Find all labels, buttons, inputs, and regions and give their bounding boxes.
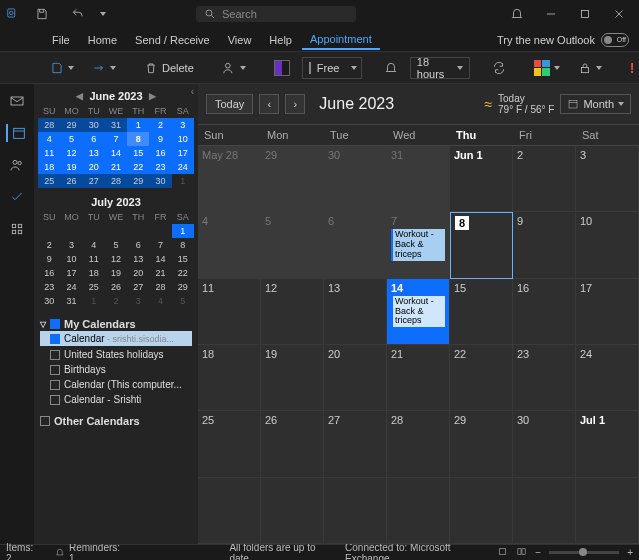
appointment[interactable]: Workout - Back & triceps xyxy=(391,296,445,328)
menu-appointment[interactable]: Appointment xyxy=(302,30,380,50)
forward-button[interactable] xyxy=(86,56,122,80)
day-cell[interactable]: 10 xyxy=(576,212,639,278)
day-cell[interactable]: 30 xyxy=(324,146,387,212)
day-cell[interactable]: 26 xyxy=(261,411,324,477)
menu-send-receive[interactable]: Send / Receive xyxy=(127,31,218,49)
my-calendars-group[interactable]: ▽My Calendars xyxy=(40,318,192,330)
prev-month-button[interactable]: ‹ xyxy=(259,94,279,114)
mail-module-icon[interactable] xyxy=(6,92,28,110)
day-cell[interactable]: 8 xyxy=(450,212,513,278)
day-cell[interactable]: 30 xyxy=(513,411,576,477)
day-cell[interactable]: Jun 1 xyxy=(450,146,513,212)
reminder-dropdown[interactable]: 18 hours xyxy=(410,57,470,79)
calendar-item-1[interactable]: United States holidays xyxy=(40,347,192,362)
reminder-icon[interactable] xyxy=(378,56,404,80)
day-cell[interactable]: 9 xyxy=(513,212,576,278)
day-cell[interactable]: 24 xyxy=(576,345,639,411)
new-outlook-toggle[interactable]: Off xyxy=(601,33,629,47)
window-maximize-icon[interactable] xyxy=(571,4,599,24)
day-cell[interactable]: 25 xyxy=(198,411,261,477)
calendar-item-4[interactable]: Calendar - Srishti xyxy=(40,392,192,407)
undo-icon[interactable] xyxy=(64,4,92,24)
zoom-in-icon[interactable]: + xyxy=(627,547,633,558)
day-cell[interactable]: 3 xyxy=(576,146,639,212)
qat-dropdown-icon[interactable] xyxy=(100,12,106,16)
search-icon xyxy=(204,8,216,20)
recurrence-button[interactable] xyxy=(486,56,512,80)
sidebar-collapse-icon[interactable]: ‹ xyxy=(191,86,194,97)
day-cell[interactable]: 6 xyxy=(324,212,387,278)
window-minimize-icon[interactable] xyxy=(537,4,565,24)
day-cell[interactable]: 12 xyxy=(261,279,324,345)
today-button[interactable]: Today xyxy=(206,94,253,114)
bell-icon[interactable] xyxy=(503,4,531,24)
calendar-item-0[interactable]: Calendar - srishti.sisodia... xyxy=(40,331,192,346)
day-cell[interactable]: 31 xyxy=(387,146,450,212)
appointment[interactable]: Workout - Back & triceps xyxy=(391,229,445,261)
svg-rect-12 xyxy=(12,230,15,233)
menu-view[interactable]: View xyxy=(220,31,260,49)
mini-calendar-1[interactable]: July 2023SUMOTUWETHFRSA12345678910111213… xyxy=(38,194,194,308)
categorize-button[interactable] xyxy=(528,56,566,80)
next-month-button[interactable]: › xyxy=(285,94,305,114)
calendar-item-3[interactable]: Calendar (This computer... xyxy=(40,377,192,392)
statusbar: Items: 2 Reminders: 1 All folders are up… xyxy=(0,544,639,560)
svg-point-8 xyxy=(13,160,17,164)
people-module-icon[interactable] xyxy=(6,156,28,174)
invite-attendees-button[interactable] xyxy=(216,56,252,80)
day-cell[interactable]: 23 xyxy=(513,345,576,411)
window-close-icon[interactable] xyxy=(605,4,633,24)
status-reminders[interactable]: Reminders: 1 xyxy=(55,542,121,561)
menu-home[interactable]: Home xyxy=(80,31,125,49)
day-cell[interactable]: 19 xyxy=(261,345,324,411)
other-calendars-group[interactable]: Other Calendars xyxy=(40,415,192,427)
svg-rect-10 xyxy=(12,224,15,227)
calendar-item-2[interactable]: Birthdays xyxy=(40,362,192,377)
day-cell[interactable]: 29 xyxy=(450,411,513,477)
day-cell[interactable]: May 28 xyxy=(198,146,261,212)
day-cell[interactable]: 17 xyxy=(576,279,639,345)
day-cell[interactable]: 11 xyxy=(198,279,261,345)
day-cell[interactable]: 2 xyxy=(513,146,576,212)
menu-help[interactable]: Help xyxy=(261,31,300,49)
svg-rect-3 xyxy=(582,11,589,18)
mini-calendar-0[interactable]: ◀June 2023▶SUMOTUWETHFRSA282930311234567… xyxy=(38,88,194,188)
appointment-color-button[interactable] xyxy=(268,56,296,80)
day-cell[interactable]: 14Workout - Back & triceps xyxy=(387,279,450,345)
save-close-button[interactable] xyxy=(44,56,80,80)
day-cell[interactable]: 7Workout - Back & triceps xyxy=(387,212,450,278)
zoom-out-icon[interactable]: − xyxy=(535,547,541,558)
day-cell[interactable]: 13 xyxy=(324,279,387,345)
day-cell[interactable]: 29 xyxy=(261,146,324,212)
month-grid[interactable]: May 28293031Jun 1234567Workout - Back & … xyxy=(198,146,639,544)
search-box[interactable]: Search xyxy=(196,6,356,22)
weather-widget[interactable]: ≈ Today79° F / 56° F xyxy=(484,93,554,115)
zoom-slider[interactable] xyxy=(549,551,619,554)
day-cell[interactable]: 4 xyxy=(198,212,261,278)
calendar-view: Today ‹ › June 2023 ≈ Today79° F / 56° F… xyxy=(198,84,639,544)
day-cell[interactable]: 28 xyxy=(387,411,450,477)
ribbon-toolbar: Delete Free 18 hours ! ↓ ••• xyxy=(0,52,639,84)
view-selector[interactable]: Month xyxy=(560,94,631,114)
day-cell[interactable]: 18 xyxy=(198,345,261,411)
view-reading-icon[interactable] xyxy=(516,546,527,559)
day-cell[interactable]: 27 xyxy=(324,411,387,477)
view-normal-icon[interactable] xyxy=(497,546,508,559)
day-cell[interactable]: 20 xyxy=(324,345,387,411)
delete-button[interactable]: Delete xyxy=(138,56,200,80)
day-cell[interactable]: 5 xyxy=(261,212,324,278)
day-cell[interactable]: 22 xyxy=(450,345,513,411)
private-button[interactable] xyxy=(572,56,608,80)
status-items: Items: 2 xyxy=(6,542,37,561)
menu-file[interactable]: File xyxy=(44,31,78,49)
high-importance-button[interactable]: ! xyxy=(624,56,639,80)
day-cell[interactable]: 15 xyxy=(450,279,513,345)
calendar-module-icon[interactable] xyxy=(6,124,28,142)
day-cell[interactable]: Jul 1 xyxy=(576,411,639,477)
todo-module-icon[interactable] xyxy=(6,188,28,206)
day-cell[interactable]: 21 xyxy=(387,345,450,411)
save-icon[interactable] xyxy=(28,4,56,24)
day-cell[interactable]: 16 xyxy=(513,279,576,345)
more-apps-icon[interactable] xyxy=(6,220,28,238)
show-as-dropdown[interactable]: Free xyxy=(302,57,362,79)
